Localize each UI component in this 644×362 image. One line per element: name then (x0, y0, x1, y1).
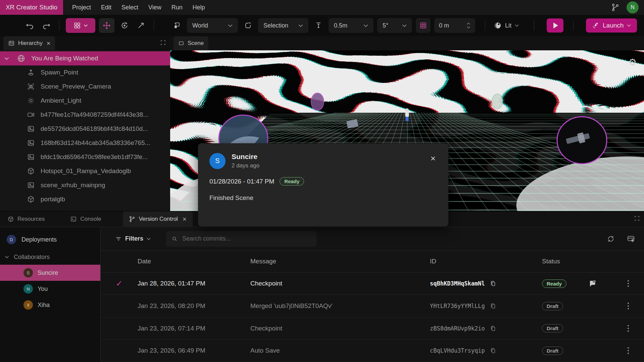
grid-height-stepper[interactable]: 0 m (434, 18, 475, 33)
move-snap-value: 0.5m (334, 22, 347, 29)
commit-row[interactable]: Jan 23, 2026, 07:14 PM Checkpoint zBS8dm… (101, 317, 644, 340)
collaborator-avatar: N (23, 284, 33, 294)
launch-button[interactable]: Launch (586, 18, 637, 33)
sidebar-item-deployments[interactable]: D Deployments (0, 232, 100, 247)
tab-resources[interactable]: Resources (1, 211, 51, 227)
xr-creator-studio-app: XR Creator Studio Project Edit Select Vi… (0, 0, 644, 362)
tree-item-label: de55726dcd0546189bbf43fc84d10d... (41, 125, 148, 133)
commits-table-header: Date Message ID Status (101, 251, 644, 273)
tree-item-spawn-point[interactable]: Spawn_Point (0, 65, 170, 80)
selection-mode-icon-button[interactable] (242, 19, 254, 32)
collaborator-name: Xiha (38, 302, 50, 309)
height-align-icon-button[interactable] (312, 19, 325, 32)
copy-icon[interactable] (490, 303, 496, 309)
tree-item-hotspot[interactable]: Hotspot_01_Rampa_Vedadoglb (0, 164, 170, 178)
row-menu-kebab-icon[interactable] (623, 323, 633, 334)
toolbar-divider (573, 20, 574, 31)
author-name: Suncire (232, 153, 259, 161)
rotate-snap-dropdown[interactable]: 5° (377, 18, 412, 33)
selection-filter-dropdown[interactable]: Selection (258, 18, 308, 33)
tab-hierarchy[interactable]: Hierarchy × (3, 36, 55, 50)
pivot-icon-button[interactable] (170, 19, 183, 32)
collaborator-you[interactable]: N You (0, 281, 100, 297)
tree-item-portal[interactable]: portalglb (0, 192, 170, 206)
close-icon[interactable]: × (183, 216, 187, 222)
filters-dropdown[interactable]: Filters (115, 235, 151, 242)
tree-item-ambient-light[interactable]: Ambient_Light (0, 94, 170, 108)
commit-id: sqBhKD3MHqSkamNl (430, 280, 485, 287)
grid-snap-toggle[interactable] (416, 18, 431, 33)
commit-row[interactable]: Jan 23, 2026, 08:20 PM Merged 'uub7j0NiB… (101, 295, 644, 317)
camera-icon (27, 83, 35, 91)
shading-mode-dropdown[interactable]: Lit (492, 21, 521, 30)
column-message[interactable]: Message (250, 258, 430, 265)
expand-bottom-panel-icon[interactable] (634, 215, 640, 223)
tree-item-image-3[interactable]: bfdc19cd6596470c98fee3eb1df73fe... (0, 150, 170, 164)
search-commits-input[interactable] (182, 235, 311, 243)
column-date[interactable]: Date (138, 258, 250, 265)
move-tool-button[interactable] (99, 18, 114, 33)
move-snap-dropdown[interactable]: 0.5m (329, 18, 374, 33)
collaborator-xiha[interactable]: X Xiha (0, 297, 100, 313)
redo-button[interactable] (40, 19, 53, 32)
commit-message-text: Finished Scene (209, 194, 437, 202)
menu-project[interactable]: Project (67, 2, 96, 13)
cube-icon (27, 195, 35, 203)
tree-item-label: scene_xrhub_mainpng (41, 182, 105, 189)
tree-item-label: b477fee1c7fa494087259df4f443e38... (41, 111, 148, 118)
menu-edit[interactable]: Edit (96, 2, 116, 13)
scene-icon (178, 40, 184, 46)
row-menu-kebab-icon[interactable] (623, 301, 633, 311)
menu-run[interactable]: Run (166, 2, 188, 13)
hierarchy-tab-label: Hierarchy (18, 40, 43, 47)
tree-item-image-1[interactable]: de55726dcd0546189bbf43fc84d10d... (0, 122, 170, 136)
copy-icon[interactable] (490, 325, 496, 332)
menu-select[interactable]: Select (116, 2, 143, 13)
commit-message: Checkpoint (250, 280, 430, 287)
branch-icon[interactable] (611, 3, 620, 12)
coordinate-space-dropdown[interactable]: World (187, 18, 238, 33)
tree-item-video[interactable]: b477fee1c7fa494087259df4f443e38... (0, 108, 170, 122)
play-button[interactable] (547, 18, 563, 33)
version-control-toolbar: Filters (101, 227, 644, 251)
row-menu-kebab-icon[interactable] (623, 345, 633, 356)
copy-icon[interactable] (490, 347, 496, 354)
tab-scene[interactable]: Scene (174, 36, 208, 50)
expand-panel-icon[interactable] (160, 40, 166, 47)
user-avatar[interactable]: N (627, 1, 639, 13)
tab-version-control[interactable]: Version Control × (123, 211, 193, 227)
collaborators-group-header[interactable]: Collaborators (0, 249, 100, 265)
undo-button[interactable] (23, 19, 36, 32)
table-settings-icon[interactable] (627, 235, 635, 243)
tree-item-image-2[interactable]: 168bf63d124b44cab345a38336e765... (0, 136, 170, 150)
column-status[interactable]: Status (542, 258, 589, 265)
rotate-tool-button[interactable] (118, 19, 131, 32)
search-commits-box[interactable] (166, 231, 316, 247)
menu-view[interactable]: View (143, 2, 166, 13)
comment-icon[interactable] (589, 279, 623, 288)
viewport-settings-gear-icon[interactable]: ⚙ (628, 58, 637, 67)
menu-help[interactable]: Help (188, 2, 210, 13)
chevron-down-icon (466, 26, 470, 29)
coordinate-space-value: World (192, 22, 208, 29)
close-icon[interactable]: × (429, 153, 437, 164)
status-badge: Draft (542, 302, 563, 310)
hierarchy-panel: Hierarchy × You Are Being Watched (0, 36, 170, 211)
popup-header: S Suncire 2 days ago × (209, 153, 437, 169)
chevron-down-icon (515, 24, 519, 27)
collaborator-suncire[interactable]: S Suncire (0, 265, 100, 281)
stepper-arrows[interactable] (466, 22, 470, 29)
tree-item-scene-preview-camera[interactable]: Scene_Preview_Camera (0, 80, 170, 94)
scale-tool-button[interactable] (135, 19, 147, 32)
row-menu-kebab-icon[interactable] (623, 278, 633, 289)
copy-icon[interactable] (490, 280, 496, 287)
layout-grid-button[interactable] (66, 18, 95, 33)
commit-row[interactable]: Jan 23, 2026, 06:49 PM Auto Save cBqLVHd… (101, 340, 644, 362)
commit-row[interactable]: ✓ Jan 28, 2026, 01:47 PM Checkpoint sqBh… (101, 273, 644, 295)
tab-console[interactable]: Console (64, 211, 107, 227)
tree-item-scene-root[interactable]: You Are Being Watched (0, 51, 170, 65)
column-id[interactable]: ID (430, 258, 542, 265)
close-icon[interactable]: × (47, 40, 51, 47)
refresh-icon[interactable] (606, 235, 615, 243)
tree-item-scene-image[interactable]: scene_xrhub_mainpng (0, 178, 170, 192)
